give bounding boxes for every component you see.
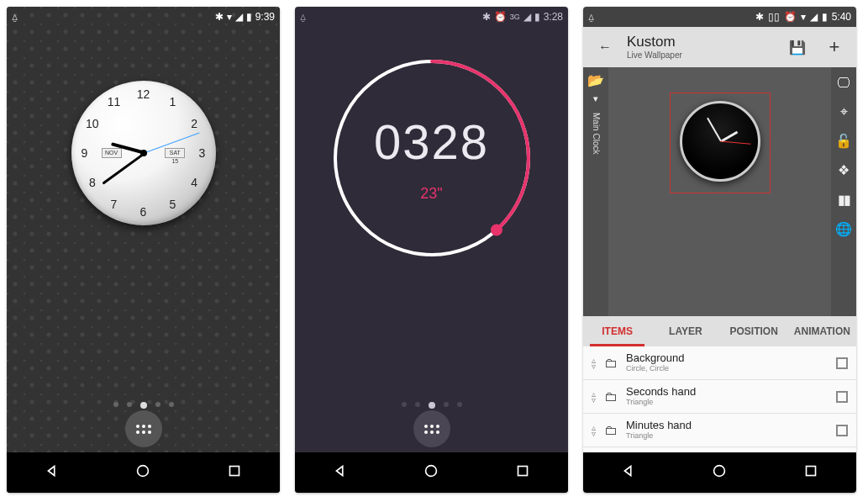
item-checkbox[interactable]: [836, 357, 848, 369]
page-dot[interactable]: [444, 402, 449, 407]
svg-rect-6: [518, 467, 527, 476]
item-name: Background: [626, 352, 828, 364]
page-dot[interactable]: [429, 402, 435, 409]
page-dot[interactable]: [415, 402, 420, 407]
svg-point-0: [138, 466, 149, 477]
svg-point-5: [426, 466, 437, 477]
clock-number: 12: [137, 87, 150, 101]
page-dot[interactable]: [169, 402, 174, 407]
item-checkbox[interactable]: [836, 391, 848, 403]
battery-charging-icon: ▮: [822, 11, 828, 23]
clock-number: 2: [191, 117, 197, 130]
right-toolbar: 🖵 ⌖ 🔓 ❖ ▮▮ 🌐: [831, 67, 856, 316]
svg-rect-1: [229, 467, 239, 476]
tab-position[interactable]: POSITION: [720, 316, 788, 346]
drag-handle-icon[interactable]: ▵▿: [592, 357, 596, 369]
layer-group-icon: 🗀: [604, 356, 618, 371]
clock-number: 3: [199, 146, 206, 160]
progress-ring-widget[interactable]: 0328 23": [327, 53, 537, 263]
status-time: 3:28: [544, 11, 563, 23]
editor-canvas: 📂 ▾ Main Clock 🖵 ⌖ 🔓 ❖ ▮▮ 🌐: [583, 67, 856, 316]
layers-icon[interactable]: ❖: [838, 162, 850, 178]
battery-charging-icon: ▮: [534, 11, 540, 23]
clock-number: 11: [108, 95, 121, 108]
list-item[interactable]: ▵▿ 🗀 Minutes handTriangle: [583, 414, 856, 447]
focus-icon[interactable]: ⌖: [840, 104, 848, 119]
drag-handle-icon[interactable]: ▵▿: [592, 425, 596, 436]
nav-back-button[interactable]: [619, 462, 638, 484]
display-icon[interactable]: 🖵: [837, 76, 850, 91]
screenshot-kustom-editor: ⍙ ✱ ▯▯ ⏰ ▾ ◢ ▮ 5:40 ← Kustom Live Wallpa…: [583, 7, 856, 493]
clock-center-dot: [140, 150, 147, 156]
list-item[interactable]: ▵▿ 🗀 Seconds handTriangle: [583, 380, 856, 414]
chevron-down-icon[interactable]: ▾: [593, 93, 598, 104]
signal-icon: ◢: [235, 11, 243, 23]
screenshot-digital-clock: ⍙ ✱ ⏰ 3G ◢ ▮ 3:28 0328 23": [295, 7, 568, 493]
preview-clock[interactable]: [680, 101, 760, 182]
page-dot[interactable]: [113, 402, 118, 407]
nav-back-button[interactable]: [43, 462, 61, 484]
nav-home-button[interactable]: [710, 462, 729, 484]
clock-face: NOV SAT 15 121234567891011: [71, 81, 216, 225]
item-desc: Triangle: [626, 432, 828, 441]
tab-layer[interactable]: LAYER: [651, 316, 719, 346]
alarm-icon: ⏰: [494, 11, 507, 23]
page-dot[interactable]: [127, 402, 132, 407]
tab-animation[interactable]: ANIMATION: [788, 316, 856, 346]
back-button[interactable]: ←: [590, 32, 620, 62]
svg-point-7: [714, 466, 725, 477]
bluetooth-icon: ✱: [482, 11, 491, 23]
add-button[interactable]: +: [819, 32, 850, 62]
app-bar: ← Kustom Live Wallpaper 💾 +: [583, 27, 856, 67]
page-dot[interactable]: [457, 402, 462, 407]
page-dot[interactable]: [155, 402, 160, 407]
app-subtitle: Live Wallpaper: [627, 50, 776, 60]
page-dot[interactable]: [402, 402, 407, 407]
preview-stage[interactable]: [608, 67, 831, 316]
lock-open-icon[interactable]: 🔓: [835, 133, 852, 149]
page-indicator[interactable]: [402, 402, 462, 409]
list-item[interactable]: ▵▿ 🗀 BackgroundCircle, Circle: [583, 346, 856, 380]
signal-icon: ◢: [523, 11, 531, 23]
status-bar: ⍙ ✱ ▯▯ ⏰ ▾ ◢ ▮ 5:40: [583, 7, 856, 27]
page-indicator[interactable]: [113, 402, 174, 409]
drag-handle-icon[interactable]: ▵▿: [592, 391, 596, 403]
globe-icon[interactable]: 🌐: [835, 221, 852, 237]
digital-time: 0328: [374, 114, 489, 170]
item-name: Seconds hand: [626, 386, 828, 398]
nav-home-button[interactable]: [422, 462, 440, 484]
clock-number: 5: [170, 198, 176, 211]
nav-bar: [583, 452, 856, 493]
page-dot[interactable]: [140, 402, 147, 409]
signal-icon: ◢: [810, 11, 818, 23]
nav-home-button[interactable]: [134, 462, 152, 484]
vibrate-icon: ▯▯: [768, 11, 780, 23]
layer-group-icon: 🗀: [604, 389, 618, 404]
apps-drawer-button[interactable]: [125, 410, 162, 447]
analog-clock-widget[interactable]: NOV SAT 15 121234567891011: [71, 81, 216, 225]
tab-items[interactable]: ITEMS: [583, 316, 651, 346]
svg-rect-8: [806, 467, 815, 476]
item-desc: Circle, Circle: [626, 365, 828, 373]
nav-recents-button[interactable]: [802, 462, 820, 484]
preview-minute-hand: [707, 118, 722, 142]
folder-open-icon[interactable]: 📂: [587, 72, 604, 88]
clock-number: 4: [191, 176, 197, 189]
layer-group-icon: 🗀: [604, 423, 618, 438]
clock-number: 6: [140, 205, 147, 219]
layer-path-label[interactable]: Main Clock: [592, 113, 601, 154]
antenna-icon: ⍙: [12, 11, 18, 23]
wifi-icon: ▾: [227, 11, 232, 23]
antenna-icon: ⍙: [300, 11, 306, 23]
item-checkbox[interactable]: [836, 425, 848, 436]
nav-recents-button[interactable]: [225, 462, 244, 484]
nav-back-button[interactable]: [331, 462, 350, 484]
app-title: Kustom: [627, 34, 776, 50]
pause-icon[interactable]: ▮▮: [838, 192, 850, 208]
nav-recents-button[interactable]: [513, 462, 532, 484]
network-3g-icon: 3G: [510, 13, 520, 21]
preview-second-hand: [720, 141, 750, 145]
save-button[interactable]: 💾: [782, 32, 813, 62]
alarm-icon: ⏰: [784, 11, 797, 23]
apps-drawer-button[interactable]: [413, 410, 450, 447]
